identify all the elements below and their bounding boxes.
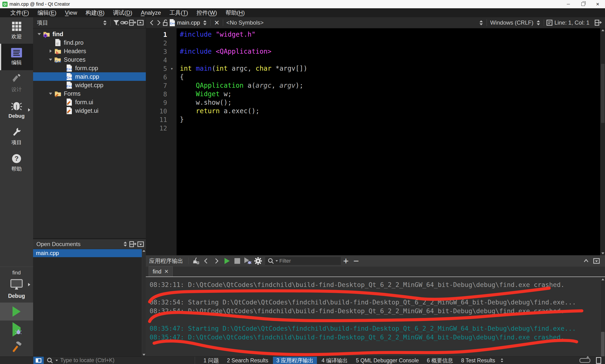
output-tab-find[interactable]: find ✕ bbox=[149, 266, 173, 276]
zoom-out-button[interactable]: − bbox=[351, 256, 361, 266]
clear-output-icon[interactable] bbox=[191, 256, 201, 266]
tree-item-Headers[interactable]: hHeaders bbox=[33, 47, 146, 55]
menu-item[interactable]: 编辑(E) bbox=[33, 8, 61, 17]
toggle-left-sidebar-button[interactable] bbox=[33, 357, 44, 364]
menu-item[interactable]: Analyze bbox=[137, 8, 165, 17]
sync-with-editor-icon[interactable] bbox=[120, 19, 129, 26]
split-pane-icon[interactable] bbox=[129, 19, 137, 26]
expander-open-icon[interactable] bbox=[47, 93, 54, 95]
output-filter-input[interactable]: Filter bbox=[265, 257, 341, 265]
stop-icon[interactable] bbox=[232, 256, 243, 266]
symbols-combo[interactable]: <No Symbols> bbox=[226, 19, 263, 26]
pane-button-8[interactable]: 8 Test Results bbox=[458, 357, 498, 364]
pane-buttons-spinner[interactable] bbox=[501, 358, 503, 362]
pane-button-5[interactable]: 5 QML Debugger Console bbox=[353, 357, 422, 364]
restore-button[interactable] bbox=[576, 0, 590, 8]
open-documents-spinner[interactable] bbox=[124, 242, 127, 247]
scrollbar-thumb[interactable] bbox=[601, 332, 605, 360]
menu-item[interactable]: 工具(T) bbox=[165, 8, 192, 17]
attach-debugger-icon[interactable] bbox=[243, 256, 253, 266]
close-button[interactable]: ✕ bbox=[590, 0, 605, 8]
tree-item-form.ui[interactable]: form.ui bbox=[33, 98, 146, 106]
menu-item[interactable]: 文件(F) bbox=[6, 8, 33, 17]
tree-item-find[interactable]: find bbox=[33, 30, 146, 38]
line-ending-spinner[interactable] bbox=[537, 20, 540, 25]
close-pane-down-icon[interactable] bbox=[137, 240, 144, 248]
project-pane-combo[interactable]: 项目 bbox=[37, 19, 48, 26]
line-ending-combo[interactable]: Windows (CRLF) bbox=[490, 19, 533, 26]
kit-selector-button[interactable] bbox=[0, 277, 33, 292]
output-text-area[interactable]: 08:32:11: D:\QtCode\QtCodes\findchild\bu… bbox=[146, 277, 600, 356]
run-button[interactable] bbox=[0, 302, 33, 321]
symbols-spinner[interactable] bbox=[479, 20, 483, 25]
menu-item[interactable]: 帮助(H) bbox=[221, 8, 249, 17]
fold-marker-icon[interactable]: ▾ bbox=[167, 66, 177, 71]
editor-scrollbar[interactable] bbox=[600, 28, 605, 255]
output-scrollbar[interactable] bbox=[600, 277, 605, 356]
pane-button-4[interactable]: 4 编译输出 bbox=[318, 357, 351, 364]
tree-item-find.pro[interactable]: qtfind.pro bbox=[33, 38, 146, 47]
tree-item-form.cpp[interactable]: C++form.cpp bbox=[33, 64, 146, 72]
code-editor[interactable]: 12345▾6789101112 #include "widget.h"#inc… bbox=[146, 28, 605, 255]
sidebar-mode-帮助[interactable]: ?帮助 bbox=[0, 150, 33, 176]
sidebar-mode-欢迎[interactable]: 欢迎 bbox=[0, 17, 33, 44]
tree-item-widget.ui[interactable]: widget.ui bbox=[33, 106, 146, 115]
prev-item-icon[interactable] bbox=[201, 256, 211, 266]
document-info-icon[interactable] bbox=[546, 19, 553, 26]
pane-button-1[interactable]: 1 问题 bbox=[200, 357, 222, 364]
maximize-pane-icon[interactable] bbox=[581, 256, 591, 266]
build-progress-icon[interactable] bbox=[579, 358, 590, 363]
sidebar-mode-编辑[interactable]: 编辑 bbox=[0, 44, 33, 70]
split-pane-icon[interactable] bbox=[129, 240, 137, 248]
file-combo-spinner[interactable] bbox=[203, 20, 206, 25]
split-editor-icon[interactable] bbox=[594, 19, 602, 26]
scroll-up-icon[interactable] bbox=[602, 29, 604, 31]
sidebar-mode-Debug[interactable]: Debug bbox=[0, 97, 33, 123]
pane-button-6[interactable]: 6 概要信息 bbox=[424, 357, 456, 364]
minimize-button[interactable]: ─ bbox=[561, 0, 576, 8]
tree-item-main.cpp[interactable]: C++main.cpp bbox=[33, 72, 146, 81]
menu-item[interactable]: 调试(D) bbox=[109, 8, 136, 17]
open-documents-combo[interactable]: Open Documents bbox=[36, 241, 81, 247]
settings-gear-icon[interactable] bbox=[253, 256, 263, 266]
sidebar-mode-设计[interactable]: 设计 bbox=[0, 70, 33, 97]
pane-button-3[interactable]: 3 应用程序输出 bbox=[273, 357, 317, 364]
pane-button-2[interactable]: 2 Search Results bbox=[224, 357, 271, 364]
open-document-row[interactable]: main.cpp bbox=[33, 249, 142, 257]
build-button[interactable] bbox=[0, 338, 33, 356]
open-file-combo[interactable]: main.cpp bbox=[177, 19, 200, 26]
close-document-icon[interactable]: ✕ bbox=[214, 19, 219, 27]
tree-item-Forms[interactable]: Forms bbox=[33, 89, 146, 98]
zoom-in-button[interactable]: + bbox=[341, 256, 351, 266]
toggle-right-sidebar-button[interactable] bbox=[596, 357, 601, 364]
open-documents-scrollbar[interactable] bbox=[142, 249, 146, 356]
menu-item[interactable]: 构建(B) bbox=[81, 8, 109, 17]
expander-open-icon[interactable] bbox=[36, 33, 42, 35]
editor-code-area[interactable]: #include "widget.h"#include <QApplicatio… bbox=[177, 28, 600, 255]
expander-closed-icon[interactable] bbox=[47, 49, 54, 53]
scroll-up-icon[interactable] bbox=[602, 278, 604, 280]
pane-selector-spinner[interactable] bbox=[103, 20, 107, 25]
close-pane-down-icon[interactable] bbox=[591, 256, 602, 266]
tree-item-widget.cpp[interactable]: C++widget.cpp bbox=[33, 81, 146, 89]
debug-run-button[interactable] bbox=[0, 321, 33, 338]
sidebar-mode-项目[interactable]: 项目 bbox=[0, 123, 33, 150]
menu-item[interactable]: View bbox=[61, 8, 81, 17]
gutter-line-7: 7 bbox=[146, 81, 177, 90]
forward-icon[interactable] bbox=[155, 19, 162, 26]
run-icon[interactable] bbox=[222, 256, 232, 266]
tree-item-Sources[interactable]: C++Sources bbox=[33, 55, 146, 64]
scroll-down-icon[interactable] bbox=[602, 252, 604, 254]
gutter-line-3: 3 bbox=[146, 47, 177, 56]
close-pane-up-icon[interactable] bbox=[137, 19, 144, 26]
locator-input[interactable]: Type to locate (Ctrl+K) bbox=[44, 357, 195, 364]
scroll-down-icon[interactable] bbox=[142, 354, 145, 356]
close-tab-icon[interactable]: ✕ bbox=[164, 269, 168, 275]
menu-item[interactable]: 控件(W) bbox=[192, 8, 221, 17]
expander-open-icon[interactable] bbox=[47, 59, 54, 61]
next-item-icon[interactable] bbox=[211, 256, 222, 266]
scroll-up-icon[interactable] bbox=[142, 250, 145, 252]
back-icon[interactable] bbox=[149, 19, 155, 26]
filter-icon[interactable] bbox=[113, 19, 120, 26]
scrollbar-thumb[interactable] bbox=[601, 64, 605, 123]
